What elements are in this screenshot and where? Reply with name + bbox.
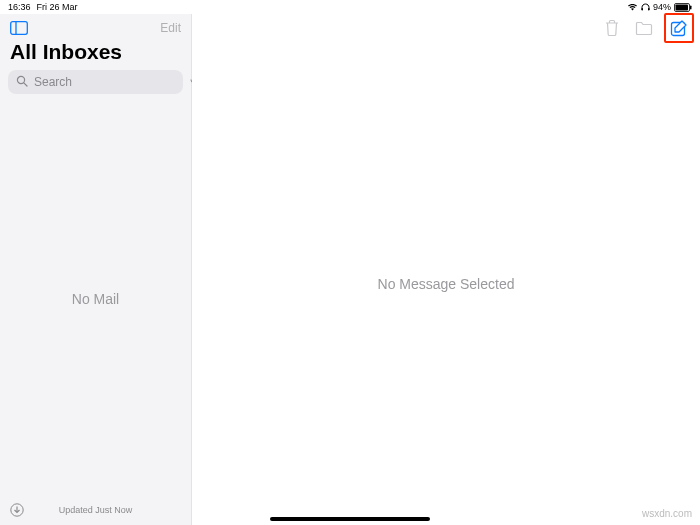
sidebar-toggle-icon[interactable] xyxy=(10,21,28,35)
main-empty-text: No Message Selected xyxy=(192,42,700,525)
watermark: wsxdn.com xyxy=(642,508,692,519)
main-toolbar xyxy=(192,14,700,42)
download-icon[interactable] xyxy=(10,503,24,517)
move-folder-button[interactable] xyxy=(632,16,656,40)
svg-rect-4 xyxy=(690,5,692,9)
svg-rect-3 xyxy=(676,4,689,10)
svg-rect-5 xyxy=(11,22,28,35)
battery-icon xyxy=(674,3,692,12)
svg-rect-0 xyxy=(641,8,643,11)
footer-status-text: Updated Just Now xyxy=(59,505,133,515)
search-input[interactable] xyxy=(8,70,183,94)
svg-rect-1 xyxy=(648,8,650,11)
sidebar-empty-text: No Mail xyxy=(0,102,191,495)
main-pane: No Message Selected xyxy=(192,14,700,525)
mailbox-title: All Inboxes xyxy=(0,38,191,70)
headphones-icon xyxy=(641,3,650,11)
sidebar: Edit All Inboxes No Mail xyxy=(0,14,192,525)
status-bar: 16:36 Fri 26 Mar 94% xyxy=(0,0,700,14)
status-time: 16:36 xyxy=(8,2,31,12)
search-icon xyxy=(16,73,28,91)
sidebar-footer: Updated Just Now xyxy=(0,495,191,525)
compose-button[interactable] xyxy=(667,16,691,40)
search-text-field[interactable] xyxy=(34,75,184,89)
battery-percent: 94% xyxy=(653,2,671,12)
home-indicator[interactable] xyxy=(270,517,430,521)
trash-button[interactable] xyxy=(600,16,624,40)
compose-highlight-annotation xyxy=(664,13,694,43)
wifi-icon xyxy=(627,3,638,11)
edit-button[interactable]: Edit xyxy=(160,21,181,35)
status-date: Fri 26 Mar xyxy=(37,2,78,12)
svg-line-8 xyxy=(24,83,27,86)
